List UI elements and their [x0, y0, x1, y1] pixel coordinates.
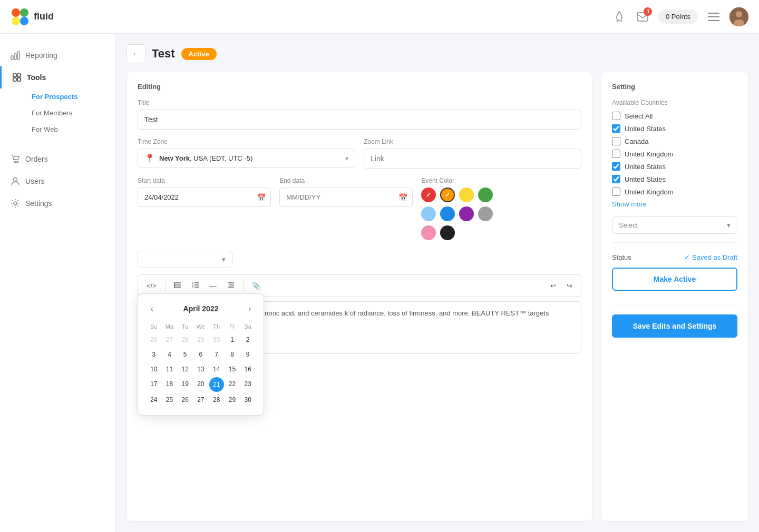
save-edits-button[interactable]: Save Edits and Settings	[612, 314, 737, 338]
cal-day[interactable]: 11	[162, 362, 177, 376]
zoom-input[interactable]	[364, 149, 581, 169]
country-label-1: Canada	[625, 137, 649, 145]
color-swatch-pink[interactable]	[421, 225, 436, 240]
color-swatch-gray[interactable]	[478, 206, 493, 221]
svg-point-27	[174, 287, 175, 288]
cal-day[interactable]: 26	[147, 333, 161, 347]
avatar[interactable]	[729, 7, 748, 26]
cal-day[interactable]: 28	[209, 393, 224, 407]
sidebar-item-tools[interactable]: Tools	[0, 66, 115, 88]
country-checkbox-2[interactable]	[612, 150, 620, 158]
cal-day[interactable]: 7	[209, 348, 224, 361]
cal-day[interactable]: 16	[240, 362, 255, 376]
logo[interactable]: fluid	[11, 7, 54, 26]
color-swatch-yellow[interactable]	[459, 188, 474, 202]
cal-day[interactable]: 2	[240, 333, 255, 347]
sidebar-item-for-prospects[interactable]: For Prospects	[26, 88, 115, 105]
cal-day[interactable]: 29	[193, 333, 208, 347]
sidebar-item-reporting[interactable]: Reporting	[0, 44, 115, 66]
cal-day[interactable]: 15	[225, 362, 240, 376]
color-swatch-green[interactable]	[478, 188, 493, 202]
svg-rect-15	[17, 74, 21, 77]
toolbar-attach-btn[interactable]: 📎	[248, 280, 265, 292]
extra-dropdown[interactable]: ▾	[138, 251, 232, 268]
country-item-4: United States	[612, 175, 737, 183]
calendar-prev-btn[interactable]: ‹	[147, 302, 158, 315]
select-all-checkbox[interactable]	[612, 112, 620, 120]
cal-day[interactable]: 20	[193, 377, 208, 392]
cal-day[interactable]: 12	[178, 362, 192, 376]
svg-rect-13	[17, 52, 20, 60]
cal-day[interactable]: 28	[178, 333, 192, 347]
make-active-button[interactable]: Make Active	[612, 268, 737, 291]
country-checkbox-3[interactable]	[612, 162, 620, 171]
cal-day[interactable]: 6	[193, 348, 208, 361]
toolbar-unordered-list-btn[interactable]	[170, 279, 186, 292]
svg-point-20	[14, 178, 17, 182]
show-more-link[interactable]: Show more	[612, 200, 737, 208]
country-checkbox-4[interactable]	[612, 175, 620, 183]
sidebar-item-for-members[interactable]: For Members	[26, 105, 115, 121]
country-checkbox-1[interactable]	[612, 137, 620, 145]
cal-day[interactable]: 17	[147, 377, 161, 392]
toolbar-indent-btn[interactable]	[223, 279, 239, 292]
calendar-next-btn[interactable]: ›	[244, 302, 255, 315]
end-date-input[interactable]	[279, 188, 413, 207]
color-swatch-selected[interactable]	[440, 188, 455, 202]
toolbar-line-btn[interactable]: —	[206, 280, 221, 292]
sidebar-users-label: Users	[25, 177, 45, 185]
cal-day[interactable]: 22	[225, 377, 240, 392]
cal-day[interactable]: 29	[225, 393, 240, 407]
event-color-group: Event Color	[421, 177, 581, 240]
color-swatch-orange[interactable]	[421, 188, 436, 202]
cal-day[interactable]: 9	[240, 348, 255, 361]
cal-day[interactable]: 8	[225, 348, 240, 361]
toolbar-code-btn[interactable]: </>	[142, 280, 161, 292]
timezone-zoom-row: Time Zone 📍 New York, USA (EDT, UTC -5) …	[138, 138, 581, 177]
toolbar-ordered-list-btn[interactable]: 1.2.3.	[188, 279, 203, 292]
hamburger-icon[interactable]	[706, 9, 721, 24]
color-swatch-purple[interactable]	[459, 206, 474, 221]
settings-select[interactable]: Select ▾	[612, 216, 737, 234]
cal-day[interactable]: 26	[178, 393, 192, 407]
cal-day[interactable]: 18	[162, 377, 177, 392]
cal-day[interactable]: 1	[225, 333, 240, 347]
country-checkbox-0[interactable]	[612, 124, 620, 133]
color-swatch-blue[interactable]	[440, 206, 455, 221]
cal-day[interactable]: 19	[178, 377, 192, 392]
cal-day[interactable]: 27	[193, 393, 208, 407]
for-prospects-label: For Prospects	[32, 93, 77, 101]
sidebar-sub-menu: For Prospects For Members For Web	[0, 88, 115, 137]
title-input[interactable]	[138, 110, 581, 130]
start-date-input[interactable]	[138, 188, 271, 207]
country-label-2: United Kingdom	[625, 150, 674, 158]
cal-day[interactable]: 4	[162, 348, 177, 361]
sidebar-item-users[interactable]: Users	[0, 170, 115, 192]
svg-rect-11	[11, 56, 13, 60]
points-button[interactable]: 0 Points	[658, 9, 698, 24]
country-checkbox-5[interactable]	[612, 188, 620, 196]
timezone-select[interactable]: 📍 New York, USA (EDT, UTC -5) ▾	[138, 149, 355, 168]
color-swatch-dark[interactable]	[440, 225, 455, 240]
cal-day-today[interactable]: 21	[209, 377, 224, 392]
sidebar-item-for-web[interactable]: For Web	[26, 121, 115, 137]
cal-day[interactable]: 3	[147, 348, 161, 361]
back-button[interactable]: ←	[126, 44, 145, 63]
cal-day[interactable]: 23	[240, 377, 255, 392]
toolbar-redo-btn[interactable]: ↪	[562, 280, 577, 292]
sidebar-item-settings[interactable]: Settings	[0, 192, 115, 214]
svg-point-3	[20, 17, 28, 25]
cal-day[interactable]: 25	[162, 393, 177, 407]
cal-day[interactable]: 10	[147, 362, 161, 376]
cal-day[interactable]: 24	[147, 393, 161, 407]
sidebar-item-orders[interactable]: Orders	[0, 148, 115, 170]
color-swatch-lightblue[interactable]	[421, 206, 436, 221]
rocket-icon[interactable]	[612, 9, 627, 24]
cal-day[interactable]: 30	[209, 333, 224, 347]
cal-day[interactable]: 13	[193, 362, 208, 376]
toolbar-undo-btn[interactable]: ↩	[546, 280, 560, 292]
cal-day[interactable]: 5	[178, 348, 192, 361]
cal-day[interactable]: 14	[209, 362, 224, 376]
cal-day[interactable]: 27	[162, 333, 177, 347]
cal-day[interactable]: 30	[240, 393, 255, 407]
